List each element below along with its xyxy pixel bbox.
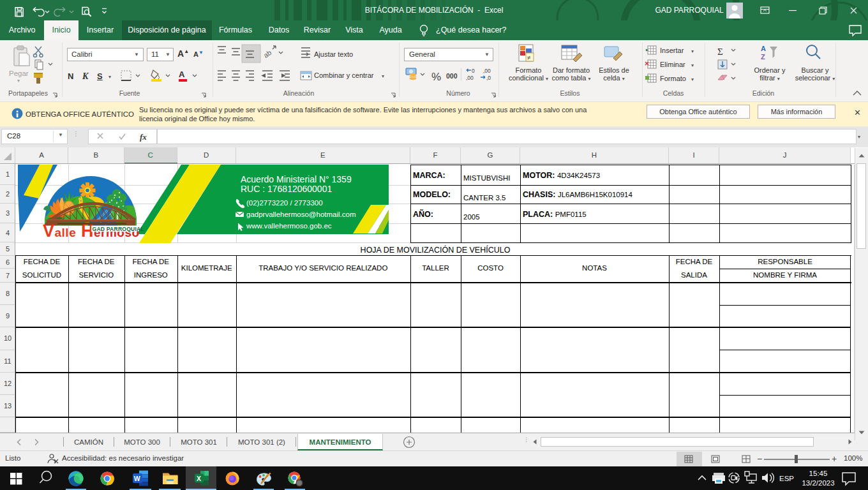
svg-text:RUC : 1768120600001: RUC : 1768120600001 [241,184,332,194]
svg-text:ab: ab [262,48,273,59]
svg-text:GAD PARROQUIAL: GAD PARROQUIAL [93,226,144,232]
svg-text:ESP: ESP [779,475,794,482]
svg-text:Σ: Σ [717,47,723,57]
svg-text:X: X [197,475,201,482]
svg-text:,0: ,0 [486,75,491,81]
svg-text:,00: ,00 [466,75,474,81]
svg-text:W: W [134,475,140,482]
svg-text:www.vallehermoso.gob.ec: www.vallehermoso.gob.ec [246,222,332,230]
svg-text:A: A [179,70,185,79]
svg-text:(02)2773220 / 2773300: (02)2773220 / 2773300 [246,199,323,207]
svg-text:≠: ≠ [527,54,531,61]
svg-text:%: % [431,71,441,83]
svg-text:Z: Z [761,53,765,61]
svg-text:000: 000 [446,72,458,80]
svg-text:0: 0 [472,68,475,74]
svg-text:Acuerdo Ministerial N° 1359: Acuerdo Ministerial N° 1359 [241,174,352,184]
svg-text:A: A [761,45,766,52]
svg-text:gadprvallehermoso@hotmail.com: gadprvallehermoso@hotmail.com [246,211,355,218]
svg-text:,00: ,00 [483,68,491,74]
svg-text:fx: fx [140,132,147,142]
